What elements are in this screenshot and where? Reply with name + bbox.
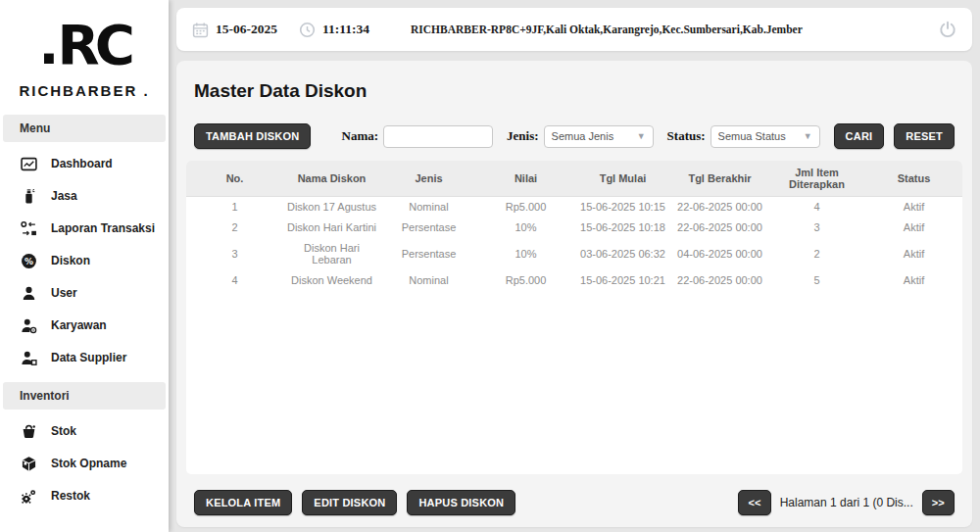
- sidebar-item-laporan-transaksi[interactable]: Laporan Transaksi: [0, 213, 169, 245]
- dashboard-icon: [21, 156, 37, 172]
- sidebar-item-label: Data Supplier: [51, 351, 126, 364]
- column-header-tgl-mulai: Tgl Mulai: [574, 161, 671, 197]
- clock-icon: [299, 22, 316, 38]
- restock-icon: [21, 488, 37, 505]
- table-cell: 10%: [477, 238, 574, 270]
- logo: .RC RICHBARBER .: [0, 0, 169, 107]
- column-header-jenis: Jenis: [380, 161, 477, 197]
- table-cell: 22-06-2025 00:00: [671, 197, 768, 218]
- column-header-no-: No.: [186, 161, 283, 197]
- sidebar-item-label: Laporan Transaksi: [51, 221, 155, 235]
- next-page-button[interactable]: >>: [922, 490, 955, 515]
- topbar-date: 15-06-2025: [216, 22, 277, 37]
- hapus-diskon-button[interactable]: HAPUS DISKON: [407, 490, 515, 515]
- sidebar-item-label: Dashboard: [51, 157, 113, 170]
- table-cell: Aktif: [865, 238, 962, 270]
- table-cell: 3: [768, 218, 865, 238]
- cari-button[interactable]: CARI: [834, 123, 885, 149]
- chevron-down-icon: ▼: [804, 131, 812, 141]
- sidebar-item-karyawan[interactable]: Karyawan: [0, 310, 169, 342]
- power-icon[interactable]: [939, 21, 956, 38]
- kelola-item-button[interactable]: KELOLA ITEM: [194, 490, 292, 515]
- calendar-icon: [192, 22, 209, 38]
- employee-icon: [21, 317, 37, 334]
- column-header-tgl-berakhir: Tgl Berakhir: [671, 161, 768, 197]
- discount-table-container: No.Nama DiskonJenisNilaiTgl MulaiTgl Ber…: [186, 161, 962, 474]
- sidebar-item-dashboard[interactable]: Dashboard: [0, 148, 169, 180]
- table-cell: Persentase: [380, 218, 477, 238]
- reset-button[interactable]: RESET: [894, 123, 955, 149]
- logo-dot: .: [38, 13, 57, 76]
- sidebar-item-stok[interactable]: Stok: [0, 415, 169, 448]
- column-header-jml-item-diterapkan: Jml Item Diterapkan: [768, 161, 865, 197]
- nama-label: Nama:: [342, 128, 379, 144]
- page-title: Master Data Diskon: [186, 61, 962, 108]
- sidebar-item-user[interactable]: User: [0, 277, 169, 310]
- table-row[interactable]: 2Diskon Hari KartiniPersentase10%15-06-2…: [186, 218, 962, 238]
- table-cell: 5: [768, 270, 865, 291]
- table-cell: 10%: [477, 218, 574, 238]
- sidebar-item-diskon[interactable]: %Diskon: [0, 245, 169, 277]
- topbar-location: RICHBARBER-RP8C+9JF,Kali Oktak,Karangrej…: [411, 24, 803, 35]
- table-cell: 15-06-2025 10:21: [574, 270, 671, 291]
- prev-page-button[interactable]: <<: [738, 490, 770, 515]
- transactions-icon: [21, 220, 37, 237]
- sidebar-item-label: Stok: [51, 424, 76, 438]
- sidebar: .RC RICHBARBER . MenuDashboardJasaLapora…: [0, 0, 169, 532]
- table-cell: Rp5.000: [477, 270, 574, 291]
- table-cell: Diskon Weekend: [283, 270, 380, 291]
- column-header-nama-diskon: Nama Diskon: [283, 161, 380, 197]
- table-header-row: No.Nama DiskonJenisNilaiTgl MulaiTgl Ber…: [186, 161, 962, 197]
- table-cell: Aktif: [865, 270, 962, 291]
- table-row[interactable]: 3Diskon Hari LebaranPersentase10%03-06-2…: [186, 238, 962, 270]
- svg-text:%: %: [24, 257, 33, 266]
- status-label: Status:: [667, 128, 706, 144]
- sidebar-item-restok[interactable]: Restok: [0, 480, 169, 512]
- page-info: Halaman 1 dari 1 (0 Dis...: [780, 496, 913, 509]
- content-column: 15-06-2025 11:11:34 RICHBARBER-RP8C+9JF,…: [169, 0, 980, 532]
- sidebar-item-label: Restok: [51, 489, 90, 503]
- table-row[interactable]: 1Diskon 17 AgustusNominalRp5.00015-06-20…: [186, 197, 962, 218]
- table-cell: Aktif: [865, 197, 962, 218]
- sidebar-item-stok-opname[interactable]: Stok Opname: [0, 448, 169, 480]
- supplier-icon: [21, 350, 37, 366]
- user-icon: [21, 285, 37, 302]
- app-root: .RC RICHBARBER . MenuDashboardJasaLapora…: [0, 0, 980, 532]
- status-select-value: Semua Status: [718, 130, 786, 142]
- logo-mark: .RC: [0, 10, 169, 80]
- table-cell: 4: [768, 197, 865, 218]
- table-cell: Aktif: [865, 218, 962, 238]
- sidebar-item-label: Stok Opname: [51, 457, 126, 470]
- table-cell: 1: [186, 197, 283, 218]
- sidebar-item-jasa[interactable]: Jasa: [0, 180, 169, 213]
- table-row[interactable]: 4Diskon WeekendNominalRp5.00015-06-2025 …: [186, 270, 962, 291]
- edit-diskon-button[interactable]: EDIT DISKON: [302, 490, 397, 515]
- jenis-label: Jenis:: [507, 128, 539, 144]
- jenis-select[interactable]: Semua Jenis ▼: [544, 125, 654, 148]
- table-cell: Persentase: [380, 238, 477, 270]
- table-cell: 2: [768, 238, 865, 270]
- discount-table: No.Nama DiskonJenisNilaiTgl MulaiTgl Ber…: [186, 161, 962, 291]
- sidebar-item-label: Jasa: [51, 189, 77, 203]
- column-header-status: Status: [865, 161, 962, 197]
- tambah-diskon-button[interactable]: TAMBAH DISKON: [194, 123, 311, 149]
- table-cell: Rp5.000: [477, 197, 574, 218]
- table-cell: Diskon Hari Kartini: [283, 218, 380, 238]
- table-cell: 15-06-2025 10:18: [574, 218, 671, 238]
- table-cell: Diskon 17 Agustus: [283, 197, 380, 218]
- table-cell: 15-06-2025 10:15: [574, 197, 671, 218]
- table-body: 1Diskon 17 AgustusNominalRp5.00015-06-20…: [186, 197, 962, 292]
- table-cell: Nominal: [380, 197, 477, 218]
- topbar: 15-06-2025 11:11:34 RICHBARBER-RP8C+9JF,…: [176, 8, 972, 51]
- brand-name: RICHBARBER .: [0, 82, 169, 99]
- chevron-down-icon: ▼: [637, 131, 646, 141]
- status-select[interactable]: Semua Status ▼: [710, 125, 820, 148]
- footer-toolbar: KELOLA ITEM EDIT DISKON HAPUS DISKON << …: [186, 490, 962, 515]
- table-cell: 04-06-2025 00:00: [671, 238, 768, 270]
- sidebar-item-data-supplier[interactable]: Data Supplier: [0, 342, 169, 374]
- table-cell: 03-06-2025 06:32: [574, 238, 671, 270]
- sidebar-item-label: Karyawan: [51, 318, 107, 332]
- sidebar-item-label: Diskon: [51, 254, 90, 267]
- nama-input[interactable]: [383, 125, 493, 148]
- column-header-nilai: Nilai: [477, 161, 574, 197]
